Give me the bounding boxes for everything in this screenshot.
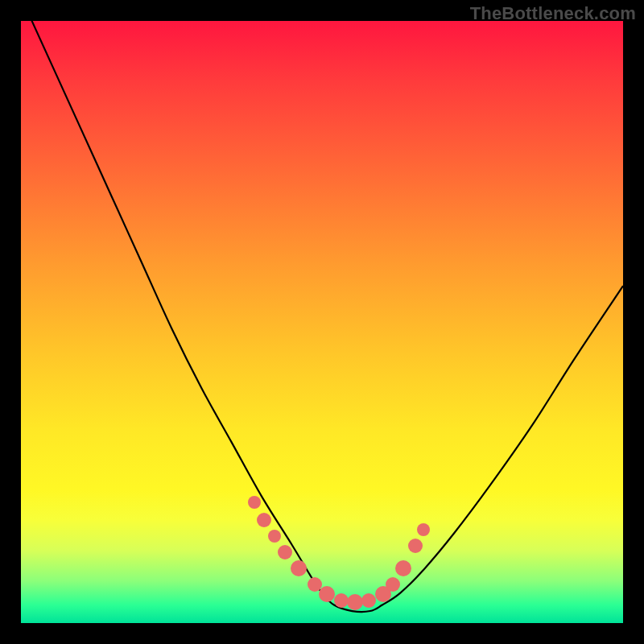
highlight-marker — [408, 539, 423, 553]
highlight-marker — [395, 560, 411, 576]
highlight-marker — [308, 577, 322, 592]
highlight-marker — [278, 545, 292, 559]
highlight-marker — [257, 513, 271, 527]
chart-plot-area — [21, 21, 623, 623]
watermark-text: TheBottleneck.com — [470, 3, 636, 24]
highlight-marker — [361, 593, 376, 608]
highlight-marker — [417, 523, 430, 536]
chart-svg — [21, 21, 623, 623]
highlight-marker — [334, 593, 349, 608]
highlight-marker — [291, 560, 307, 576]
highlight-marker — [248, 496, 261, 509]
highlight-marker — [319, 586, 335, 602]
highlight-marker — [386, 577, 400, 592]
highlight-markers-group — [248, 496, 430, 610]
bottleneck-curve-path — [21, 0, 623, 612]
highlight-marker — [347, 594, 363, 610]
highlight-marker — [268, 530, 281, 543]
